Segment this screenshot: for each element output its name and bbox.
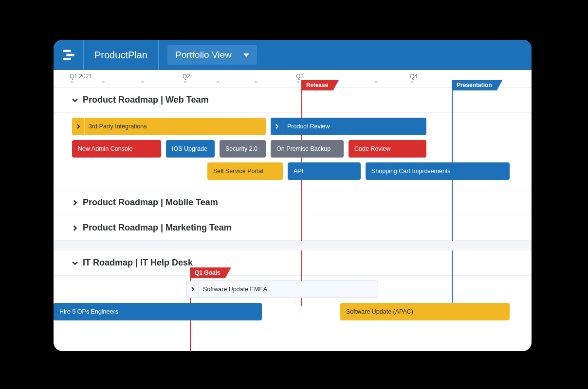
lane: New Admin Console IOS Upgrade Security 2…	[72, 140, 513, 158]
bar-label: Security 2.0	[225, 145, 257, 152]
bar-ios-upgrade[interactable]: IOS Upgrade	[166, 140, 215, 158]
section-it: IT Roadmap | IT Help Desk Software Updat…	[54, 250, 532, 330]
timeline-tick	[184, 81, 186, 83]
section-title: IT Roadmap | IT Help Desk	[83, 258, 193, 268]
bar-software-emea[interactable]: Software Update EMEA	[186, 281, 378, 298]
timeline-tick	[297, 81, 299, 83]
bar-api[interactable]: API	[288, 162, 361, 180]
milestone-flag: Q1 Goals	[190, 267, 231, 278]
chevron-down-icon	[72, 260, 78, 266]
bar-label: Code Review	[354, 145, 390, 152]
milestone-flag: Release	[301, 80, 339, 90]
roadmap-content: Release Presentation Product Roadmap | W…	[54, 88, 532, 330]
timeline-tick	[255, 81, 257, 83]
section-toggle-it[interactable]: IT Roadmap | IT Help Desk	[54, 250, 532, 276]
lane: Self Service Portal API Shopping Cart Im…	[72, 162, 513, 180]
expand-icon[interactable]	[186, 281, 199, 298]
timeline-label-q3: Q3	[296, 73, 304, 80]
bar-label: Self Service Portal	[213, 168, 263, 175]
app-window: ProductPlan Portfolio View Q1 2021 Q2 Q3…	[54, 40, 532, 351]
milestone-line	[301, 80, 302, 306]
milestone-flag: Presentation	[452, 80, 503, 90]
bar-label: Software Update (APAC)	[346, 308, 413, 315]
svg-rect-1	[66, 54, 74, 56]
bar-label: IOS Upgrade	[172, 145, 207, 152]
bar-label: On Premise Backup	[276, 145, 331, 152]
bar-self-service[interactable]: Self Service Portal	[207, 162, 283, 180]
bar-label: New Admin Console	[78, 145, 133, 152]
expand-icon[interactable]	[72, 118, 85, 135]
chevron-down-icon	[243, 53, 249, 57]
bar-label: Hire 5 OPs Engineers	[59, 308, 118, 315]
svg-rect-2	[63, 58, 71, 60]
section-rows-it: Software Update EMEA Hire 5 OPs Engineer…	[54, 276, 532, 330]
timeline-tick	[102, 81, 105, 83]
bar-label: Software Update EMEA	[203, 286, 267, 293]
section-web: Product Roadmap | Web Team 3rd Party Int…	[54, 88, 532, 190]
milestone-release[interactable]: Release	[301, 80, 302, 306]
chevron-right-icon	[72, 200, 78, 206]
section-rows-web: 3rd Party Integrations Product Review Ne…	[54, 113, 532, 190]
bar-label: Shopping Cart Improvements	[371, 168, 451, 175]
timeline-tick	[217, 81, 219, 83]
app-header: ProductPlan Portfolio View	[54, 40, 532, 70]
bar-shopping-cart[interactable]: Shopping Cart Improvements	[366, 162, 510, 180]
milestone-presentation[interactable]: Presentation	[452, 80, 453, 306]
bar-label: 3rd Party Integrations	[89, 123, 147, 130]
bar-code-review[interactable]: Code Review	[349, 140, 426, 158]
view-dropdown[interactable]: Portfolio View	[167, 45, 257, 65]
chevron-right-icon	[72, 225, 78, 231]
lane: Hire 5 OPs Engineers Software Update (AP…	[72, 303, 513, 320]
bar-3rd-party[interactable]: 3rd Party Integrations	[72, 118, 266, 135]
timeline-tick	[141, 81, 144, 83]
expand-icon[interactable]	[271, 118, 283, 135]
bar-label: API	[294, 168, 303, 175]
timeline-label-q2: Q2	[183, 73, 190, 80]
section-divider	[54, 241, 532, 250]
section-toggle-web[interactable]: Product Roadmap | Web Team	[54, 88, 532, 113]
section-toggle-mobile[interactable]: Product Roadmap | Mobile Team	[54, 190, 532, 215]
lane: Software Update EMEA	[72, 281, 513, 298]
bar-hire-ops[interactable]: Hire 5 OPs Engineers	[54, 303, 262, 320]
bar-on-premise[interactable]: On Premise Backup	[271, 140, 344, 158]
view-dropdown-label: Portfolio View	[175, 50, 232, 60]
app-logo[interactable]	[54, 40, 84, 70]
section-title: Product Roadmap | Mobile Team	[83, 197, 218, 208]
timeline-label-q4: Q4	[410, 73, 418, 80]
section-title: Product Roadmap | Marketing Team	[83, 223, 232, 233]
bar-label: Product Review	[287, 123, 330, 130]
section-title: Product Roadmap | Web Team	[83, 95, 208, 105]
bar-new-admin[interactable]: New Admin Console	[72, 140, 161, 158]
chevron-down-icon	[72, 97, 78, 103]
milestone-line	[452, 80, 453, 306]
brand-name: ProductPlan	[84, 40, 159, 70]
lane: 3rd Party Integrations Product Review	[72, 118, 513, 135]
timeline-tick	[375, 81, 377, 83]
bar-product-review[interactable]: Product Review	[271, 118, 426, 135]
timeline-tick	[71, 81, 73, 83]
logo-icon	[62, 48, 75, 62]
timeline-tick	[411, 81, 413, 83]
bar-software-apac[interactable]: Software Update (APAC)	[340, 303, 510, 320]
timeline-label-q1: Q1 2021	[70, 73, 92, 80]
svg-rect-0	[63, 50, 71, 53]
section-toggle-marketing[interactable]: Product Roadmap | Marketing Team	[54, 215, 532, 241]
bar-security[interactable]: Security 2.0	[220, 140, 266, 158]
